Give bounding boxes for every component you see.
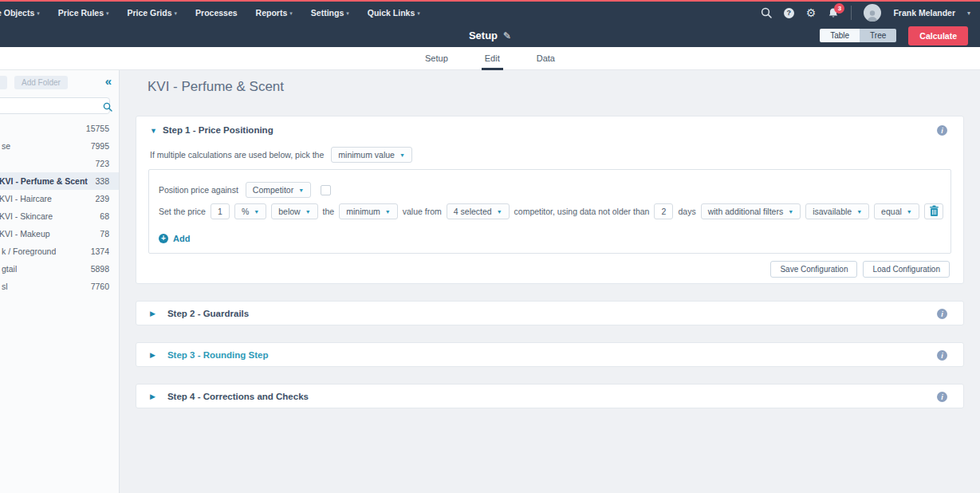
- page-title: Setup: [469, 30, 498, 41]
- step2-card[interactable]: ▶ Step 2 - Guardrails i: [136, 301, 964, 325]
- cropped-button[interactable]: [0, 76, 7, 89]
- chevron-down-icon: ▼: [385, 209, 391, 215]
- filter-field-dropdown[interactable]: isavailable▼: [805, 203, 869, 219]
- step1-title[interactable]: Step 1 - Price Positioning: [163, 125, 274, 135]
- add-rule-link[interactable]: + Add: [159, 234, 190, 243]
- pick-text: If multiple calculations are used below,…: [150, 150, 324, 160]
- plus-icon: +: [159, 234, 168, 243]
- days-input[interactable]: 2: [654, 203, 673, 219]
- amount-input[interactable]: 1: [211, 203, 230, 219]
- list-item[interactable]: KVI - Haircare239: [0, 190, 119, 207]
- step2-title[interactable]: Step 2 - Guardrails: [167, 309, 249, 318]
- nav-item-price-grids[interactable]: Price Grids▾: [128, 8, 178, 18]
- chevron-down-icon: ▼: [856, 209, 862, 215]
- competitors-dropdown[interactable]: 4 selected▼: [447, 203, 510, 219]
- list-item[interactable]: gtail5898: [0, 260, 119, 278]
- notification-badge: 3: [834, 3, 844, 14]
- gear-icon[interactable]: ⚙: [806, 7, 817, 18]
- help-icon[interactable]: ?: [784, 8, 794, 18]
- chevron-down-icon: ▾: [417, 10, 420, 16]
- nav-right-controls: ? ⚙ 3 Frank Melander ▾: [761, 2, 970, 24]
- save-configuration-button[interactable]: Save Configuration: [770, 261, 857, 278]
- info-icon[interactable]: i: [937, 309, 947, 319]
- step3-card[interactable]: ▶ Step 3 - Rounding Step i: [136, 342, 964, 367]
- trash-icon[interactable]: [929, 205, 939, 220]
- chevron-down-icon: ▾: [289, 10, 293, 16]
- step4-title[interactable]: Step 4 - Corrections and Checks: [167, 392, 309, 401]
- list-item[interactable]: 15755: [0, 120, 119, 137]
- sidebar-search-input[interactable]: [0, 97, 110, 114]
- pick-value-dropdown[interactable]: minimum value▼: [331, 147, 412, 163]
- page: e Objects▾ Price Rules▾ Price Grids▾ Pro…: [0, 0, 980, 493]
- view-toggle: Table Tree: [820, 29, 896, 42]
- chevron-down-icon: ▼: [907, 209, 912, 215]
- rule-text: the: [323, 207, 335, 216]
- positioning-rule-box: Position price against Competitor▼ Set t…: [148, 169, 951, 254]
- nav-item-reports[interactable]: Reports▾: [256, 8, 293, 18]
- calculate-button[interactable]: Calculate: [908, 26, 968, 45]
- position-against-dropdown[interactable]: Competitor▼: [246, 182, 311, 198]
- table-view-button[interactable]: Table: [820, 29, 860, 42]
- list-item[interactable]: KVI - Skincare68: [0, 207, 119, 225]
- price-rule-row: Set the price 1 %▼ below▼ the minimum▼ v…: [159, 203, 943, 219]
- folder-list: 15755 se7995 723 KVI - Perfume & Scent33…: [0, 120, 119, 295]
- content-title: KVI - Perfume & Scent: [148, 79, 284, 95]
- tabs-bar: Setup Edit Data: [0, 47, 980, 70]
- header-actions: Table Tree Calculate: [820, 24, 968, 47]
- list-item[interactable]: sl7760: [0, 278, 119, 295]
- nav-item-price-rules[interactable]: Price Rules▾: [58, 8, 109, 18]
- unit-dropdown[interactable]: %▼: [234, 203, 266, 219]
- chevron-right-icon[interactable]: ▶: [150, 310, 155, 317]
- chevron-down-icon: ▼: [497, 209, 502, 215]
- rule-text: value from: [403, 207, 442, 216]
- chevron-down-icon[interactable]: ▼: [150, 127, 157, 135]
- list-item-selected[interactable]: KVI - Perfume & Scent338: [0, 172, 119, 190]
- magnifier-icon[interactable]: [103, 101, 112, 115]
- nav-item-settings[interactable]: Settings▾: [311, 8, 349, 18]
- info-icon[interactable]: i: [937, 392, 947, 402]
- step4-card[interactable]: ▶ Step 4 - Corrections and Checks i: [136, 384, 964, 408]
- info-icon[interactable]: i: [937, 350, 947, 361]
- tab-edit[interactable]: Edit: [485, 47, 500, 70]
- chevron-down-icon: ▼: [788, 209, 793, 215]
- avatar[interactable]: [864, 4, 881, 22]
- collapse-sidebar-icon[interactable]: «: [105, 74, 112, 88]
- tab-setup[interactable]: Setup: [425, 47, 448, 70]
- filter-operator-dropdown[interactable]: equal▼: [874, 203, 919, 219]
- edit-pencil-icon[interactable]: ✎: [503, 30, 511, 41]
- step1-card: ▼ Step 1 - Price Positioning i If multip…: [136, 116, 964, 284]
- chevron-down-icon: ▼: [305, 209, 311, 215]
- direction-dropdown[interactable]: below▼: [271, 203, 317, 219]
- aggregation-dropdown[interactable]: minimum▼: [339, 203, 398, 219]
- chevron-down-icon: ▾: [175, 10, 178, 16]
- list-item[interactable]: se7995: [0, 137, 119, 155]
- bell-icon[interactable]: 3: [828, 7, 839, 19]
- chevron-down-icon: ▾: [106, 10, 109, 16]
- add-folder-button[interactable]: Add Folder: [14, 76, 68, 89]
- rule-text: days: [678, 207, 695, 216]
- chevron-right-icon[interactable]: ▶: [150, 351, 155, 359]
- list-item[interactable]: 723: [0, 155, 119, 172]
- load-configuration-button[interactable]: Load Configuration: [863, 261, 950, 278]
- configuration-buttons: Save Configuration Load Configuration: [770, 261, 950, 278]
- tree-view-button[interactable]: Tree: [860, 29, 896, 42]
- chevron-down-icon: ▾: [967, 10, 970, 17]
- nav-item-processes[interactable]: Processes: [195, 8, 238, 18]
- user-menu[interactable]: Frank Melander: [893, 8, 955, 18]
- position-checkbox[interactable]: [321, 185, 331, 195]
- nav-menu: e Objects▾ Price Rules▾ Price Grids▾ Pro…: [2, 8, 420, 18]
- step3-title[interactable]: Step 3 - Rounding Step: [167, 350, 269, 360]
- info-icon[interactable]: i: [937, 125, 947, 136]
- list-item[interactable]: k / Foreground1374: [0, 243, 119, 260]
- chevron-right-icon[interactable]: ▶: [150, 392, 155, 400]
- additional-filters-dropdown[interactable]: with additional filters▼: [701, 203, 801, 219]
- search-icon[interactable]: [761, 7, 772, 18]
- nav-item-quick-links[interactable]: Quick Links▾: [368, 8, 420, 18]
- nav-item-price-objects[interactable]: e Objects▾: [0, 8, 40, 18]
- rule-text: Set the price: [159, 207, 206, 216]
- list-item[interactable]: KVI - Makeup78: [0, 225, 119, 243]
- divider: [851, 6, 852, 20]
- header-bar: Setup ✎ Table Tree Calculate: [0, 24, 980, 47]
- chevron-down-icon: ▼: [399, 152, 405, 158]
- tab-data[interactable]: Data: [537, 47, 555, 70]
